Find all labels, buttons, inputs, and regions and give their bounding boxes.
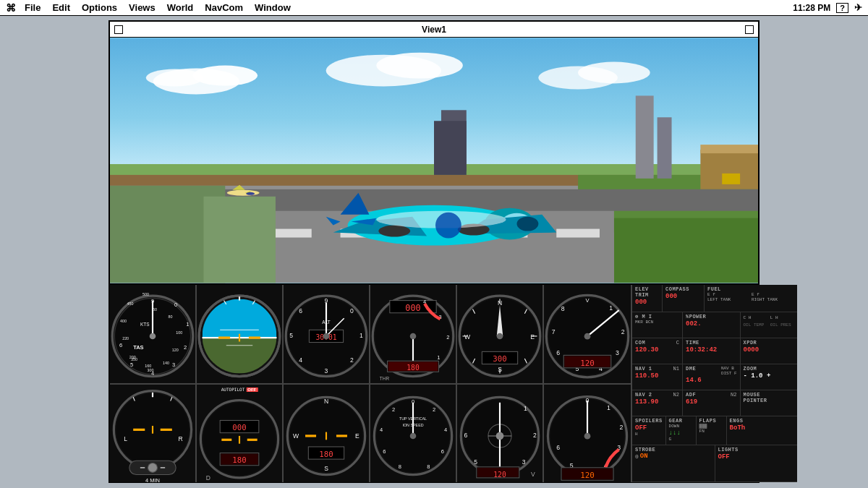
gear-indicator[interactable]: ↓↓↓ [669,429,693,437]
elev-trim-cell: ELEVTRIM 000 [632,285,663,312]
menu-window[interactable]: Window [249,2,297,13]
xpdr-label: XPDR [744,340,795,346]
flaps-label: FLAPS [699,418,723,424]
top-gauges-row: 9 0 1 2 3 4 5 6 KTS 60 80 100 [110,285,631,385]
time-cell: TIME 10:32:42 [683,338,741,364]
svg-text:100: 100 [176,330,182,335]
menu-world[interactable]: World [161,2,200,13]
time-value: 10:32:42 [686,346,737,354]
svg-point-47 [246,192,255,195]
menu-navcom[interactable]: NavCom [199,2,249,13]
altimeter: 9 0 1 2 3 4 5 6 30.01 ALT [284,285,370,383]
svg-text:300: 300 [147,369,153,373]
spoilers-h: H [635,432,663,437]
svg-text:2: 2 [184,344,187,351]
both-value[interactable]: BoTh [730,424,794,432]
menu-edit[interactable]: Edit [46,2,76,13]
row-spoilers-gear-flaps-engs: SPOILERS OFF H GEAR DOWN ↓↓↓ G FLAPS ▓▓▓… [632,416,797,445]
menu-options[interactable]: Options [76,2,123,13]
svg-text:180: 180 [407,364,420,372]
svg-text:400: 400 [120,319,127,323]
heading-indicator-bottom: N E S W 180 [284,385,370,482]
svg-text:5: 5 [289,332,293,339]
svg-point-137 [497,333,503,340]
menu-file[interactable]: File [19,2,46,13]
fuel-left-tank-label: LEFT TANK [707,297,750,302]
fuel-cell: FUEL E f LEFT TANK E f RIGHT TANK [705,285,797,312]
svg-text:2: 2 [533,432,537,439]
svg-point-3 [146,69,204,87]
svg-text:8: 8 [399,463,401,470]
zoom-label: ZOOM [744,366,795,372]
svg-point-43 [435,213,461,239]
close-button[interactable] [114,25,123,34]
menu-views[interactable]: Views [123,2,161,13]
row-dmi-xpower: ⊕ M I MKR BCN %POWER 002. C H OIL TEMP L [632,312,797,338]
svg-point-74 [150,333,156,340]
mkr-bcn-label: MKR BCN [635,320,679,325]
svg-text:KTS: KTS [140,322,150,327]
adf-value: 619 [686,398,737,406]
zoom-value[interactable]: - 1.0 + [744,372,795,380]
svg-rect-27 [556,229,600,238]
svg-text:4: 4 [299,357,302,364]
gear-label: GEAR [669,418,693,424]
help-icon[interactable]: ? [836,3,848,13]
strobe-zero: 0 [635,453,639,460]
dme-label-cell: DME [686,366,696,376]
svg-text:8: 8 [427,463,430,470]
strobe-on-indicator[interactable]: ON [640,453,648,460]
svg-point-218 [496,432,504,440]
svg-text:120: 120 [580,359,595,368]
svg-text:1: 1 [524,404,527,411]
turn-coordinator: L R 4 MIN [110,385,197,482]
svg-text:1: 1 [437,354,440,361]
spoilers-value[interactable]: OFF [635,424,663,432]
lights-value[interactable]: OFF [718,453,795,461]
heading-indicator-top: N E S W 3 [457,285,544,383]
vsi-gauge-top: V 1 2 3 4 5 6 7 8 120 [544,285,631,383]
svg-text:THR: THR [380,376,390,381]
svg-point-205 [410,432,417,439]
nav1-value: 110.50 [635,372,679,380]
row-com-time-xpdr: COM C 120.30 TIME 10:32:42 XPDR 0000 [632,338,797,364]
oil-cell: C H OIL TEMP L H OIL PRES [741,312,798,338]
flaps-cell: FLAPS ▓▓▓ FN [697,416,727,445]
time-label: TIME [686,340,737,346]
svg-text:2: 2 [619,424,623,431]
flaps-fn: FN [699,429,723,434]
svg-text:220: 220 [122,337,129,341]
svg-text:120: 120 [493,471,506,479]
apple-menu[interactable]: ⌘ [6,2,16,14]
svg-text:R: R [178,435,182,442]
dme-cell: DME NAV BDIST F 14.6 [683,364,741,390]
flight-view [110,38,758,283]
svg-text:E: E [530,334,535,341]
elev-trim-value: 000 [635,299,659,306]
svg-text:160: 160 [145,364,151,368]
svg-text:3: 3 [522,458,526,465]
com-label: COM [635,340,645,346]
svg-text:120: 120 [580,471,595,480]
svg-text:3: 3 [172,361,175,368]
svg-text:1: 1 [607,404,610,411]
svg-point-7 [578,62,650,84]
svg-text:80: 80 [168,315,172,320]
flaps-indicator: ▓▓▓ [699,424,723,429]
gear-cell: GEAR DOWN ↓↓↓ G [666,416,697,445]
svg-rect-30 [203,197,276,283]
svg-text:L: L [124,435,127,442]
svg-point-44 [227,190,260,196]
flight-scene-svg [110,38,758,283]
oil-pres-label: OIL PRES [770,322,791,328]
row-elev-compass-fuel: ELEVTRIM 000 COMPASS 000 FUEL E f LEFT T… [632,285,797,312]
autopilot-off-badge: OFF [246,388,258,392]
svg-text:S: S [324,465,328,472]
svg-text:E: E [355,432,359,440]
zoom-button[interactable] [745,25,754,34]
nav2-cell: NAV 2 N2 113.90 [632,390,683,416]
svg-point-40 [378,226,410,237]
svg-text:6: 6 [383,448,386,454]
mouse-pointer-label: MOUSEPOINTER [744,392,795,403]
spoilers-cell: SPOILERS OFF H [632,416,666,445]
